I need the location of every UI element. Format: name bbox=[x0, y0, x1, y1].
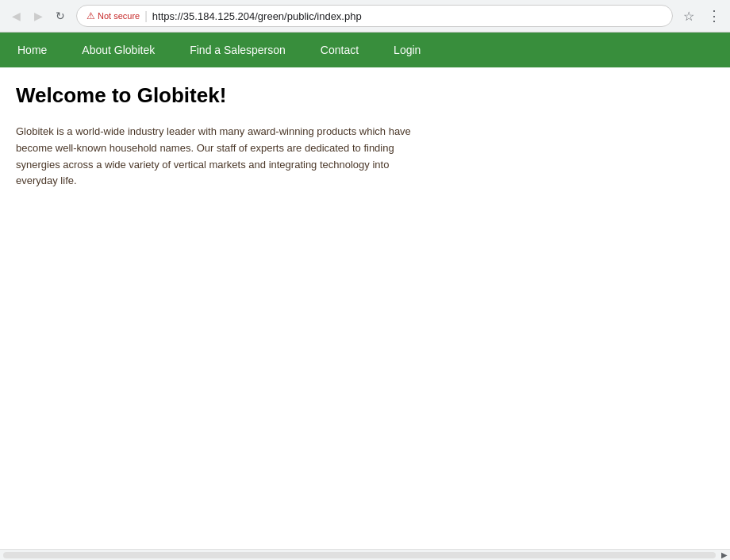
nav-buttons: ◀ ▶ ↻ bbox=[6, 6, 70, 25]
nav-item-login[interactable]: Login bbox=[376, 33, 438, 67]
nav-item-about[interactable]: About Globitek bbox=[64, 33, 172, 67]
security-indicator: ⚠ Not secure bbox=[86, 10, 140, 21]
browser-toolbar: ◀ ▶ ↻ ⚠ Not secure | https://35.184.125.… bbox=[0, 0, 730, 32]
security-label: Not secure bbox=[98, 11, 140, 21]
nav-item-home[interactable]: Home bbox=[0, 33, 64, 67]
nav-item-contact[interactable]: Contact bbox=[303, 33, 376, 67]
bookmark-button[interactable]: ☆ bbox=[679, 6, 698, 25]
warning-icon: ⚠ bbox=[86, 10, 95, 21]
nav-menu: Home About Globitek Find a Salesperson C… bbox=[0, 33, 730, 67]
page-description: Globitek is a world-wide industry leader… bbox=[16, 124, 413, 190]
nav-item-find-salesperson[interactable]: Find a Salesperson bbox=[172, 33, 303, 67]
reload-button[interactable]: ↻ bbox=[51, 6, 70, 25]
url-text: https://35.184.125.204/green/public/inde… bbox=[152, 10, 362, 22]
page-title: Welcome to Globitek! bbox=[16, 83, 714, 108]
address-bar[interactable]: ⚠ Not secure | https://35.184.125.204/gr… bbox=[76, 5, 673, 27]
main-content: Welcome to Globitek! Globitek is a world… bbox=[0, 67, 730, 205]
more-button[interactable]: ⋮ bbox=[705, 6, 724, 25]
browser-chrome: ◀ ▶ ↻ ⚠ Not secure | https://35.184.125.… bbox=[0, 0, 730, 33]
back-button[interactable]: ◀ bbox=[6, 6, 25, 25]
forward-button[interactable]: ▶ bbox=[29, 6, 48, 25]
address-divider: | bbox=[144, 10, 148, 22]
